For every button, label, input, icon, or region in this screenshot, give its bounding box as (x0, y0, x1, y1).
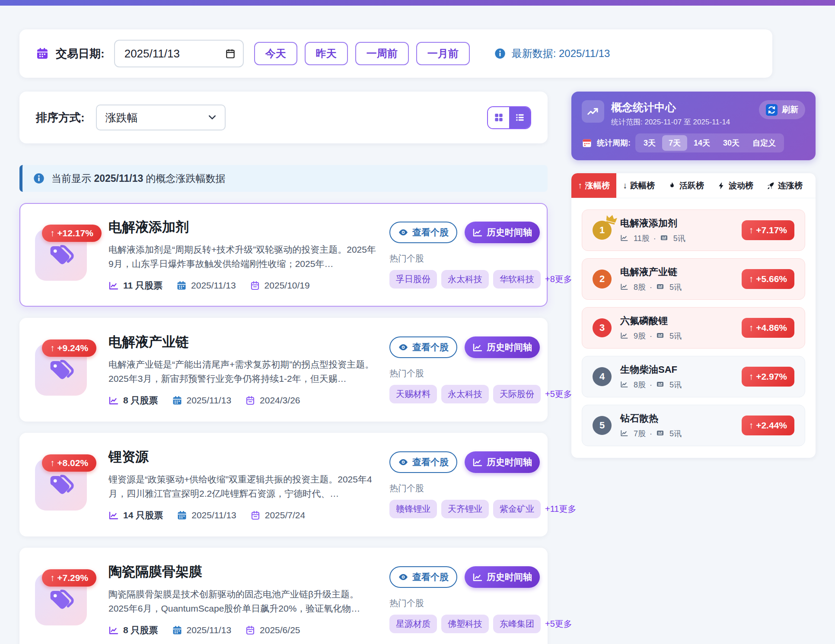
concept-icon-block: ↑ +9.24% (35, 344, 87, 396)
ranking-item[interactable]: 2 电解液产业链 8股 · 5讯 (582, 258, 805, 300)
concept-actions: 查看个股 历史时间轴 热门个股 星源材质 佛塑科技 (389, 566, 532, 633)
eye-icon (398, 572, 408, 582)
list-view-button[interactable] (509, 107, 530, 128)
more-tags-link[interactable]: +8更多 (545, 273, 572, 285)
rank-news-count: 5讯 (669, 331, 682, 341)
history-timeline-button[interactable]: 历史时间轴 (465, 222, 540, 243)
history-timeline-button[interactable]: 历史时间轴 (465, 566, 540, 588)
stock-tag[interactable]: 天赐材料 (389, 385, 437, 403)
date-label: 交易日期: (56, 46, 105, 61)
news-icon (656, 380, 666, 390)
flame-icon (668, 181, 676, 190)
date-field-wrap (114, 40, 244, 67)
stock-count: 14 只股票 (123, 509, 163, 521)
hot-stocks-label: 热门个股 (389, 368, 532, 379)
stock-tag[interactable]: 永太科技 (441, 270, 489, 289)
date-toolbar: 交易日期: 今天 昨天 一周前 一月前 最新数据: 2025/11/13 (19, 29, 772, 78)
grid-view-button[interactable] (488, 107, 509, 128)
period-option[interactable]: 7天 (662, 135, 687, 151)
chart-line-icon (472, 457, 483, 467)
concept-description: 电解液产业链是“产能出清尾声+需求复苏初期”的拐点型投资主题。2025年3月，新… (108, 358, 378, 386)
period-label: 统计周期: (597, 138, 631, 148)
stock-count: 8 只股票 (123, 394, 158, 406)
period-option[interactable]: 14天 (687, 135, 717, 151)
chart-icon (620, 429, 630, 438)
stock-tag[interactable]: 佛塑科技 (441, 615, 489, 633)
concept-card-list: ↑ +12.17% 电解液添加剂 电解液添加剂是“周期反转+技术升级”双轮驱动的… (19, 203, 548, 644)
stock-tag[interactable]: 紫金矿业 (493, 500, 541, 518)
chart-icon (620, 282, 630, 292)
rank-news-count: 5讯 (673, 233, 685, 244)
history-timeline-button[interactable]: 历史时间轴 (465, 336, 540, 358)
datepicker-icon[interactable] (225, 48, 236, 59)
concept-card: ↑ +9.24% 电解液产业链 电解液产业链是“产能出清尾声+需求复苏初期”的拐… (19, 318, 548, 422)
rocket-icon (766, 181, 775, 190)
quick-date-button[interactable]: 一周前 (355, 42, 409, 65)
rank-stock-count: 8股 (634, 380, 646, 390)
ranking-tab[interactable]: 活跃榜 (661, 173, 711, 198)
ranking-tab[interactable]: ↑ 涨幅榜 (571, 173, 616, 198)
view-stocks-button[interactable]: 查看个股 (389, 566, 457, 588)
stock-count: 11 只股票 (123, 279, 163, 292)
sort-select[interactable]: 涨跌幅 (96, 105, 226, 130)
refresh-button[interactable]: 刷新 (759, 100, 805, 119)
clipboard-calendar-icon (250, 280, 260, 291)
view-stocks-button[interactable]: 查看个股 (389, 336, 457, 358)
update-date: 2025/11/13 (191, 280, 236, 291)
ranking-tab[interactable]: 连涨榜 (760, 173, 809, 198)
ranking-tab[interactable]: 波动榜 (711, 173, 760, 198)
stock-tag[interactable]: 永太科技 (441, 385, 489, 403)
change-badge: ↑ +12.17% (42, 225, 102, 242)
view-stocks-button[interactable]: 查看个股 (389, 222, 457, 243)
stock-tag[interactable]: 天际股份 (493, 385, 541, 403)
more-tags-link[interactable]: +5更多 (545, 618, 572, 630)
stock-tag[interactable]: 东峰集团 (493, 615, 541, 633)
ranking-tab[interactable]: ↓ 跌幅榜 (616, 173, 661, 198)
period-option[interactable]: 30天 (717, 135, 746, 151)
history-timeline-button[interactable]: 历史时间轴 (465, 451, 540, 473)
hot-stocks-label: 热门个股 (389, 253, 532, 264)
quick-date-button[interactable]: 昨天 (305, 42, 348, 65)
rank-title: 钻石散热 (620, 412, 742, 425)
rank-news-count: 5讯 (669, 282, 682, 292)
ranking-tabs: ↑ 涨幅榜 ↓ 跌幅榜 (571, 173, 816, 198)
sort-selected-value: 涨跌幅 (105, 111, 138, 125)
more-tags-link[interactable]: +5更多 (545, 388, 572, 400)
concept-description: 锂资源是“政策驱动+供给收缩”双重逻辑共振的投资主题。2025年4月，四川雅江官… (108, 473, 378, 501)
chart-icon (108, 510, 119, 520)
trade-date-input[interactable] (114, 40, 244, 67)
concept-icon-block: ↑ +8.02% (35, 459, 87, 511)
stock-tag[interactable]: 孚日股份 (389, 270, 437, 289)
quick-date-buttons: 今天 昨天 一周前 一月前 (254, 42, 470, 65)
concept-icon-block: ↑ +12.17% (35, 229, 87, 281)
stock-tag[interactable]: 赣锋锂业 (389, 500, 437, 518)
tab-label: 连涨榜 (778, 180, 803, 191)
concept-title: 电解液产业链 (108, 333, 378, 351)
hot-stocks-label: 热门个股 (389, 597, 532, 609)
period-option[interactable]: 自定义 (746, 135, 782, 151)
hot-stock-tags: 赣锋锂业 天齐锂业 紫金矿业 +11更多 (389, 500, 532, 518)
concept-description: 陶瓷隔膜骨架膜是技术创新驱动的固态电池产业链β升级主题。2025年6月，Quan… (108, 587, 378, 615)
rank-number: 1 (593, 221, 612, 240)
stock-tag[interactable]: 星源材质 (389, 615, 437, 633)
stock-tag[interactable]: 天齐锂业 (441, 500, 489, 518)
stock-tag[interactable]: 华软科技 (493, 270, 541, 289)
more-tags-link[interactable]: +11更多 (545, 503, 576, 515)
concept-title: 锂资源 (108, 448, 378, 466)
chart-icon (108, 625, 119, 635)
period-option[interactable]: 3天 (637, 135, 662, 151)
hot-stock-tags: 天赐材料 永太科技 天际股份 +5更多 (389, 385, 532, 403)
ranking-item[interactable]: 3 六氟磷酸锂 9股 · 5讯 (582, 307, 805, 349)
quick-date-button[interactable]: 今天 (254, 42, 297, 65)
concept-actions: 查看个股 历史时间轴 热门个股 天赐材料 永太科技 (389, 336, 532, 403)
quick-date-button[interactable]: 一月前 (416, 42, 470, 65)
rank-news-count: 5讯 (669, 428, 682, 439)
ranking-item[interactable]: 1 电解液添加剂 11股 · 5讯 (582, 209, 805, 251)
ranking-item[interactable]: 5 钻石散热 7股 · 5讯 (582, 405, 805, 446)
rank-number: 3 (593, 318, 612, 337)
ranking-item[interactable]: 4 生物柴油SAF 8股 · 5讯 (582, 356, 805, 397)
view-stocks-button[interactable]: 查看个股 (389, 451, 457, 473)
eye-icon (398, 457, 408, 467)
chart-icon (108, 395, 119, 406)
concept-description: 电解液添加剂是“周期反转+技术升级”双轮驱动的投资主题。2025年9月，山东孚日… (108, 243, 378, 271)
